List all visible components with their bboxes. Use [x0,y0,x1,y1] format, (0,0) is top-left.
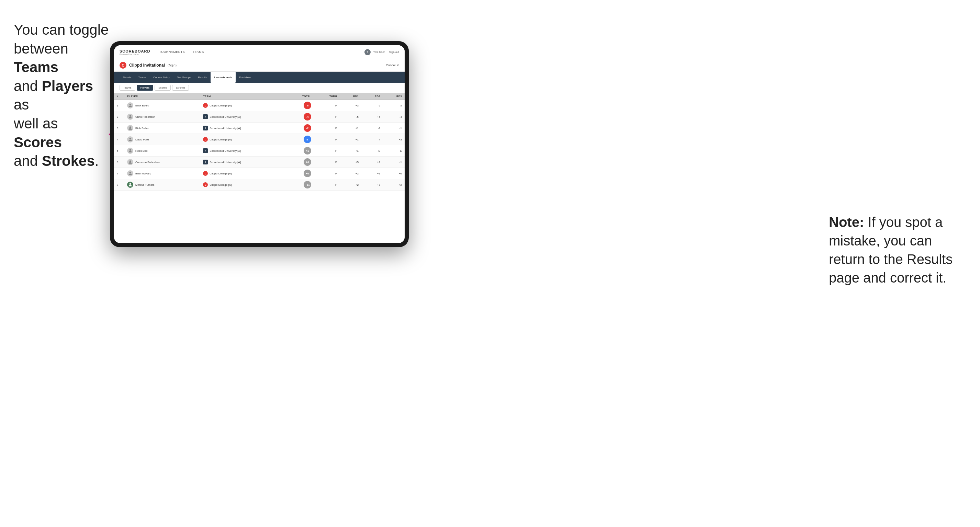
team-logo: S [203,125,208,130]
leaderboard-table-container: # PLAYER TEAM TOTAL THRU RD1 RD2 RD3 1El… [114,93,405,243]
player-avatar [127,170,133,176]
cell-thru: F [314,111,340,122]
player-name: Marcus Turners [135,183,154,186]
cell-rd3: +2 [383,179,405,190]
team-logo: S [203,148,208,153]
player-name: Elliot Ebert [135,104,149,107]
tab-results[interactable]: Results [194,72,210,83]
cell-rank: 2 [114,111,124,122]
cell-player: Blair McHarg [124,168,200,179]
cell-rd2: +1 [361,168,383,179]
cell-rd1: +1 [340,145,361,157]
score-badge: +1 [304,147,311,154]
tab-tee-groups[interactable]: Tee Groups [173,72,194,83]
cell-team: CClippd College [A] [200,134,285,145]
player-name: Rees Britt [135,149,147,152]
col-total: TOTAL [285,93,314,100]
tab-leaderboards[interactable]: Leaderboards [210,72,235,83]
sub-tab-scores[interactable]: Scores [154,85,171,90]
cell-rd1: +2 [340,168,361,179]
svg-point-6 [129,160,131,162]
tab-details[interactable]: Details [119,72,135,83]
cell-rd1: +5 [340,157,361,168]
user-avatar: T [364,49,371,55]
cell-thru: F [314,100,340,111]
cell-player: Chris Robertson [124,111,200,122]
score-badge: -4 [304,113,311,121]
cell-rd2: -6 [361,100,383,111]
col-thru: THRU [314,93,340,100]
cancel-button[interactable]: Cancel ✕ [386,63,399,67]
cell-rd2: -2 [361,122,383,134]
user-name: Test User | [373,51,387,54]
cell-rank: 3 [114,122,124,134]
cell-rd2: +2 [361,157,383,168]
top-nav: SCOREBOARD Powered by clippd TOURNAMENTS… [114,45,405,59]
table-row: 4David FordCClippd College [A]EF+1-4+3 [114,134,405,145]
teams-bold: Teams [14,59,58,75]
sign-out[interactable]: Sign out [389,51,399,54]
cell-team: SScoreboard University [A] [200,145,285,157]
cell-rank: 4 [114,134,124,145]
team-name: Clippd College [A] [210,183,232,186]
cell-rd3: +3 [383,134,405,145]
team-logo: C [203,182,208,187]
cell-rd3: -1 [383,157,405,168]
score-badge: +6 [304,170,311,177]
cell-player: Marcus Turners [124,179,200,190]
player-name: Chris Robertson [135,115,155,119]
table-row: 7Blair McHargCClippd College [A]+6F+2+1+… [114,168,405,179]
clippd-logo: C [119,62,126,69]
sub-tab-teams[interactable]: Teams [119,85,135,90]
note-label: Note: [829,214,864,230]
tab-printables[interactable]: Printables [235,72,255,83]
cell-rd1: +2 [340,179,361,190]
nav-tournaments[interactable]: TOURNAMENTS [156,48,188,56]
score-badge: -8 [304,102,311,109]
team-name: Clippd College [A] [210,104,232,107]
cell-player: Rees Britt [124,145,200,157]
svg-point-2 [129,115,131,117]
cell-team: SScoreboard University [A] [200,122,285,134]
tournament-name: Clippd Invitational [129,63,165,68]
nav-right: T Test User | Sign out [364,49,399,55]
cell-rd1: +1 [340,134,361,145]
sub-tab-strokes[interactable]: Strokes [172,85,189,90]
nav-teams[interactable]: TEAMS [189,48,207,56]
annotation-line1: You can toggle [14,22,108,38]
tab-course-setup[interactable]: Course Setup [150,72,173,83]
left-annotation: You can toggle between Teams and Players… [14,21,110,171]
team-name: Scoreboard University [A] [210,161,241,164]
table-row: 6Cameron RobertsonSScoreboard University… [114,157,405,168]
player-avatar [127,148,133,154]
svg-point-7 [129,171,131,173]
cell-rd3: +6 [383,168,405,179]
cell-thru: F [314,179,340,190]
team-name: Clippd College [A] [210,138,232,141]
player-avatar [127,159,133,165]
team-logo: C [203,103,208,108]
tab-teams[interactable]: Teams [135,72,150,83]
nav-links: TOURNAMENTS TEAMS [156,48,364,56]
scores-bold: Scores [14,134,62,150]
tournament-subtitle: (Men) [168,63,177,67]
score-badge: -2 [304,124,311,132]
sub-tab-players[interactable]: Players [137,85,154,90]
cell-rd1: +3 [340,100,361,111]
cell-thru: F [314,134,340,145]
svg-point-5 [129,149,131,151]
logo-sub: Powered by clippd [119,53,150,55]
cell-rd2: E [361,145,383,157]
cell-total: +6 [285,168,314,179]
cell-rank: 6 [114,157,124,168]
player-avatar [127,114,133,120]
score-badge: +6 [304,158,311,166]
team-logo: C [203,171,208,176]
tablet-screen: SCOREBOARD Powered by clippd TOURNAMENTS… [114,45,405,243]
cell-total: E [285,134,314,145]
player-avatar [127,136,133,143]
team-logo: C [203,137,208,142]
player-name: David Ford [135,138,149,141]
col-rd3: RD3 [383,93,405,100]
cell-thru: F [314,122,340,134]
